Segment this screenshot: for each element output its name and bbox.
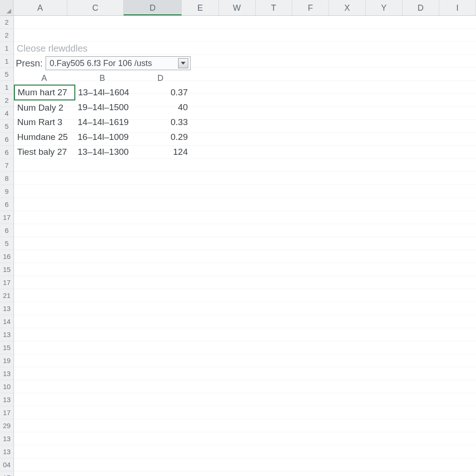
- row-header[interactable]: 6: [0, 146, 13, 159]
- row-header[interactable]: 15: [0, 263, 13, 276]
- row-header[interactable]: 17: [0, 406, 13, 419]
- cell-D5[interactable]: 124: [132, 145, 191, 159]
- row-header[interactable]: 14: [0, 315, 13, 328]
- row-header[interactable]: 7: [0, 159, 13, 172]
- cell-A5[interactable]: Tiest baly 27: [14, 145, 75, 159]
- cell-B5[interactable]: 13–14l–1300: [75, 145, 132, 159]
- row-header[interactable]: 29: [0, 419, 13, 432]
- cell-B1[interactable]: 13–14l–1604: [75, 85, 132, 100]
- cell-B3[interactable]: 14–14l–1619: [75, 115, 132, 130]
- svg-marker-0: [181, 62, 185, 65]
- table-row[interactable]: Tiest baly 27 13–14l–1300 124: [14, 145, 191, 159]
- row-header[interactable]: 4: [0, 107, 13, 120]
- cell-D3[interactable]: 0.33: [132, 115, 191, 130]
- data-table: Mum hart 27 13–14l–1604 0.37 Num Daly 2 …: [14, 85, 191, 159]
- row-header[interactable]: 17: [0, 276, 13, 289]
- cell-A4[interactable]: Humdane 25: [14, 130, 75, 145]
- cell-B4[interactable]: 16–14l–1009: [75, 130, 132, 145]
- inner-header-D: D: [130, 72, 191, 85]
- col-header-Y[interactable]: Y: [366, 0, 403, 15]
- row-header[interactable]: 15: [0, 341, 13, 354]
- presn-dropdown-value: 0.Fay505 6.f3 For 106 /usts: [50, 59, 152, 68]
- row-header[interactable]: 21: [0, 289, 13, 302]
- cell-A2[interactable]: Num Daly 2: [14, 100, 75, 115]
- col-header-C[interactable]: C: [67, 0, 124, 15]
- table-row[interactable]: Num Daly 2 19–14l–1500 40: [14, 100, 191, 115]
- chevron-down-icon[interactable]: [178, 58, 188, 68]
- inner-header-A: A: [14, 72, 74, 85]
- row-header[interactable]: 5: [0, 120, 13, 133]
- col-header-D[interactable]: D: [124, 0, 182, 15]
- row-header[interactable]: 2: [0, 94, 13, 107]
- row-header[interactable]: 8: [0, 172, 13, 185]
- col-header-W[interactable]: W: [219, 0, 256, 15]
- row-header[interactable]: 6: [0, 198, 13, 211]
- row-header[interactable]: 17: [0, 471, 13, 476]
- cell-D1[interactable]: 0.37: [132, 85, 191, 100]
- inner-column-headers: A B D: [14, 72, 191, 85]
- col-header-I[interactable]: I: [439, 0, 476, 15]
- col-header-T[interactable]: T: [256, 0, 292, 15]
- row-header[interactable]: 6: [0, 133, 13, 146]
- row-header[interactable]: 2: [0, 16, 13, 29]
- col-header-A[interactable]: A: [13, 0, 67, 15]
- row-header[interactable]: 5: [0, 237, 13, 250]
- row-gutter: 2211512456678961765161517211314131519131…: [0, 16, 14, 476]
- column-ruler: A C D E W T F X Y D I: [0, 0, 476, 16]
- cell-D4[interactable]: 0.29: [132, 130, 191, 145]
- cell-A1[interactable]: Mum hart 27: [14, 85, 75, 100]
- row-header[interactable]: 1: [0, 42, 13, 55]
- section-title: Cleose rlewddles: [14, 42, 191, 55]
- cell-D2[interactable]: 40: [132, 100, 191, 115]
- row-header[interactable]: 13: [0, 302, 13, 315]
- row-header[interactable]: 10: [0, 380, 13, 393]
- table-row[interactable]: Humdane 25 16–14l–1009 0.29: [14, 130, 191, 145]
- col-header-D2[interactable]: D: [403, 0, 439, 15]
- row-header[interactable]: 9: [0, 185, 13, 198]
- table-row[interactable]: Mum hart 27 13–14l–1604 0.37: [14, 85, 191, 100]
- cell-A3[interactable]: Num Rart 3: [14, 115, 75, 130]
- inner-header-B: B: [74, 72, 130, 85]
- row-header[interactable]: 2: [0, 29, 13, 42]
- row-header[interactable]: 1: [0, 55, 13, 68]
- row-header[interactable]: 16: [0, 250, 13, 263]
- row-header[interactable]: 13: [0, 328, 13, 341]
- row-header[interactable]: 5: [0, 68, 13, 81]
- row-header[interactable]: 1: [0, 81, 13, 94]
- cell-B2[interactable]: 19–14l–1500: [75, 100, 132, 115]
- row-header[interactable]: 13: [0, 367, 13, 380]
- table-row[interactable]: Num Rart 3 14–14l–1619 0.33: [14, 115, 191, 130]
- row-header[interactable]: 13: [0, 393, 13, 406]
- worksheet-grid[interactable]: Cleose rlewddles Presn: 0.Fay505 6.f3 Fo…: [14, 16, 476, 476]
- presn-label: Presn:: [16, 58, 43, 69]
- row-header[interactable]: 13: [0, 432, 13, 445]
- col-header-F[interactable]: F: [292, 0, 329, 15]
- row-header[interactable]: 17: [0, 211, 13, 224]
- col-header-E[interactable]: E: [182, 0, 218, 15]
- select-all-corner[interactable]: [0, 0, 13, 15]
- row-header[interactable]: 6: [0, 224, 13, 237]
- presn-dropdown[interactable]: 0.Fay505 6.f3 For 106 /usts: [46, 56, 191, 70]
- col-header-X[interactable]: X: [329, 0, 366, 15]
- row-header[interactable]: 04: [0, 458, 13, 471]
- row-header[interactable]: 13: [0, 445, 13, 458]
- row-header[interactable]: 19: [0, 354, 13, 367]
